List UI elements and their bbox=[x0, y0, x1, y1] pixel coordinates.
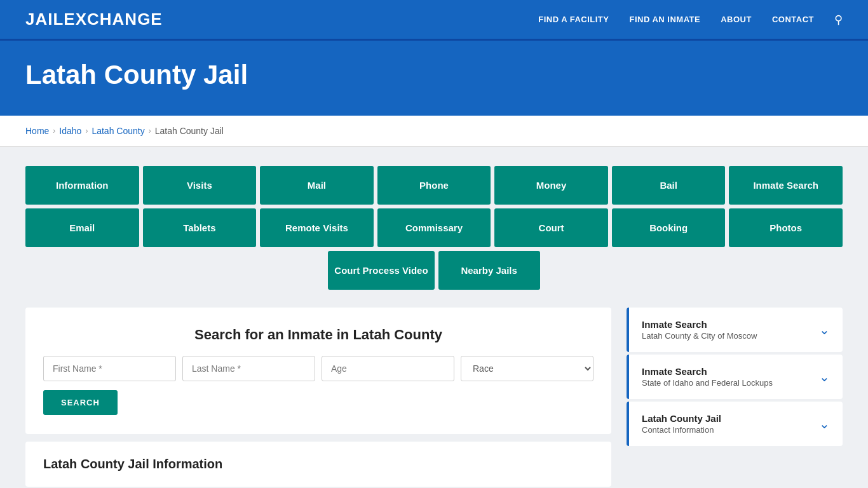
last-name-input[interactable] bbox=[182, 356, 315, 381]
left-column: Search for an Inmate in Latah County Rac… bbox=[25, 308, 611, 487]
breadcrumb-home[interactable]: Home bbox=[25, 126, 49, 136]
breadcrumb-current: Latah County Jail bbox=[155, 126, 224, 136]
cat-photos[interactable]: Photos bbox=[729, 208, 843, 247]
page-title: Latah County Jail bbox=[25, 60, 843, 90]
breadcrumb-latah-county[interactable]: Latah County bbox=[92, 126, 144, 136]
cat-visits[interactable]: Visits bbox=[143, 166, 257, 205]
cat-commissary[interactable]: Commissary bbox=[377, 208, 491, 247]
chevron-down-icon-2: ⌄ bbox=[819, 369, 830, 384]
nav-contact[interactable]: CONTACT bbox=[772, 15, 814, 24]
main-nav: FIND A FACILITY FIND AN INMATE ABOUT CON… bbox=[538, 13, 843, 27]
category-row-2: Email Tablets Remote Visits Commissary C… bbox=[25, 208, 843, 247]
search-icon-button[interactable]: ⚲ bbox=[834, 13, 843, 27]
logo-jail: JAIL bbox=[25, 10, 64, 29]
hero-section: Latah County Jail bbox=[0, 41, 868, 116]
sidebar: Inmate Search Latah County & City of Mos… bbox=[627, 308, 843, 449]
jail-info-section: Latah County Jail Information bbox=[25, 442, 611, 487]
sidebar-card-1-toggle[interactable]: Inmate Search Latah County & City of Mos… bbox=[629, 308, 843, 352]
category-row-1: Information Visits Mail Phone Money Bail… bbox=[25, 166, 843, 205]
search-form-row: Race White Black Hispanic Asian Other bbox=[43, 356, 593, 381]
breadcrumb-idaho[interactable]: Idaho bbox=[59, 126, 81, 136]
sidebar-card-3-title: Latah County Jail bbox=[642, 413, 721, 424]
category-row-3: Court Process Video Nearby Jails bbox=[25, 251, 843, 290]
first-name-input[interactable] bbox=[43, 356, 176, 381]
sidebar-card-2-text: Inmate Search State of Idaho and Federal… bbox=[642, 366, 773, 388]
cat-mail[interactable]: Mail bbox=[260, 166, 374, 205]
info-title: Latah County Jail Information bbox=[43, 457, 593, 471]
logo-exchange: EXCHANGE bbox=[64, 10, 162, 29]
content-layout: Search for an Inmate in Latah County Rac… bbox=[25, 308, 843, 487]
search-button[interactable]: SEARCH bbox=[43, 390, 118, 415]
age-input[interactable] bbox=[322, 356, 454, 381]
cat-information[interactable]: Information bbox=[25, 166, 139, 205]
breadcrumb-sep-2: › bbox=[85, 126, 88, 135]
sidebar-card-3-sub: Contact Information bbox=[642, 425, 721, 435]
cat-court-process-video[interactable]: Court Process Video bbox=[328, 251, 434, 290]
sidebar-card-2-toggle[interactable]: Inmate Search State of Idaho and Federal… bbox=[629, 355, 843, 399]
cat-court[interactable]: Court bbox=[494, 208, 608, 247]
site-logo[interactable]: JAILEXCHANGE bbox=[25, 10, 163, 29]
cat-bail[interactable]: Bail bbox=[612, 166, 726, 205]
sidebar-card-1: Inmate Search Latah County & City of Mos… bbox=[627, 308, 843, 352]
sidebar-card-2: Inmate Search State of Idaho and Federal… bbox=[627, 355, 843, 399]
search-title: Search for an Inmate in Latah County bbox=[43, 327, 593, 343]
cat-email[interactable]: Email bbox=[25, 208, 139, 247]
sidebar-card-1-sub: Latah County & City of Moscow bbox=[642, 331, 757, 341]
breadcrumb-sep-1: › bbox=[53, 126, 55, 135]
inmate-search-section: Search for an Inmate in Latah County Rac… bbox=[25, 308, 611, 434]
cat-remote-visits[interactable]: Remote Visits bbox=[260, 208, 374, 247]
sidebar-card-3-toggle[interactable]: Latah County Jail Contact Information ⌄ bbox=[629, 402, 843, 446]
breadcrumb: Home › Idaho › Latah County › Latah Coun… bbox=[0, 116, 868, 147]
cat-nearby-jails[interactable]: Nearby Jails bbox=[438, 251, 540, 290]
cat-tablets[interactable]: Tablets bbox=[143, 208, 257, 247]
sidebar-card-2-title: Inmate Search bbox=[642, 366, 773, 377]
chevron-down-icon-3: ⌄ bbox=[819, 416, 830, 431]
race-select[interactable]: Race White Black Hispanic Asian Other bbox=[461, 356, 593, 381]
chevron-down-icon-1: ⌄ bbox=[819, 322, 830, 337]
sidebar-card-1-text: Inmate Search Latah County & City of Mos… bbox=[642, 319, 757, 341]
nav-find-facility[interactable]: FIND A FACILITY bbox=[538, 15, 609, 24]
sidebar-card-1-title: Inmate Search bbox=[642, 319, 757, 330]
sidebar-card-2-sub: State of Idaho and Federal Lockups bbox=[642, 378, 773, 388]
breadcrumb-sep-3: › bbox=[149, 126, 151, 135]
nav-find-inmate[interactable]: FIND AN INMATE bbox=[629, 15, 700, 24]
sidebar-card-3: Latah County Jail Contact Information ⌄ bbox=[627, 402, 843, 446]
main-content: Information Visits Mail Phone Money Bail… bbox=[0, 147, 868, 488]
cat-inmate-search[interactable]: Inmate Search bbox=[729, 166, 843, 205]
cat-money[interactable]: Money bbox=[494, 166, 608, 205]
cat-booking[interactable]: Booking bbox=[612, 208, 726, 247]
nav-about[interactable]: ABOUT bbox=[721, 15, 752, 24]
sidebar-card-3-text: Latah County Jail Contact Information bbox=[642, 413, 721, 435]
cat-phone[interactable]: Phone bbox=[377, 166, 491, 205]
